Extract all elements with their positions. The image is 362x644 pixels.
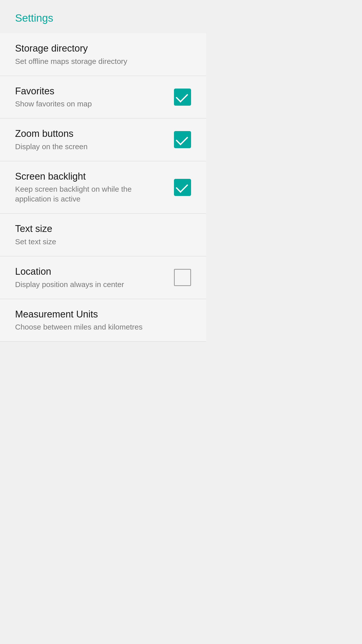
storage-directory-title: Storage directory	[15, 43, 181, 54]
measurement-units-subtitle: Choose between miles and kilometres	[15, 322, 181, 332]
item-text-storage: Storage directory Set offline maps stora…	[15, 43, 191, 66]
settings-item-favorites[interactable]: Favorites Show favorites on map	[0, 76, 206, 119]
favorites-title: Favorites	[15, 86, 164, 97]
screen-backlight-checkbox[interactable]	[174, 179, 191, 196]
measurement-units-title: Measurement Units	[15, 309, 181, 320]
page-title: Settings	[0, 0, 206, 33]
text-size-title: Text size	[15, 223, 181, 235]
favorites-subtitle: Show favorites on map	[15, 99, 164, 109]
item-text-measurement: Measurement Units Choose between miles a…	[15, 309, 191, 332]
zoom-buttons-subtitle: Display on the screen	[15, 142, 164, 151]
item-text-location: Location Display position always in cent…	[15, 266, 174, 289]
zoom-buttons-checkbox[interactable]	[174, 131, 191, 148]
zoom-buttons-title: Zoom buttons	[15, 128, 164, 140]
settings-item-measurement-units[interactable]: Measurement Units Choose between miles a…	[0, 299, 206, 342]
item-text-zoom: Zoom buttons Display on the screen	[15, 128, 174, 151]
settings-item-screen-backlight[interactable]: Screen backlight Keep screen backlight o…	[0, 161, 206, 214]
settings-item-text-size[interactable]: Text size Set text size	[0, 214, 206, 256]
screen-backlight-subtitle: Keep screen backlight on while the appli…	[15, 184, 164, 204]
item-text-backlight: Screen backlight Keep screen backlight o…	[15, 171, 174, 204]
settings-item-location[interactable]: Location Display position always in cent…	[0, 256, 206, 299]
item-text-size: Text size Set text size	[15, 223, 191, 247]
text-size-subtitle: Set text size	[15, 237, 181, 247]
location-checkbox[interactable]	[174, 269, 191, 286]
screen-backlight-title: Screen backlight	[15, 171, 164, 182]
favorites-checkbox[interactable]	[174, 89, 191, 106]
location-subtitle: Display position always in center	[15, 279, 164, 289]
settings-item-storage-directory[interactable]: Storage directory Set offline maps stora…	[0, 33, 206, 76]
location-title: Location	[15, 266, 164, 277]
settings-list: Storage directory Set offline maps stora…	[0, 33, 206, 342]
settings-item-zoom-buttons[interactable]: Zoom buttons Display on the screen	[0, 118, 206, 161]
storage-directory-subtitle: Set offline maps storage directory	[15, 56, 181, 66]
item-text-favorites: Favorites Show favorites on map	[15, 86, 174, 109]
